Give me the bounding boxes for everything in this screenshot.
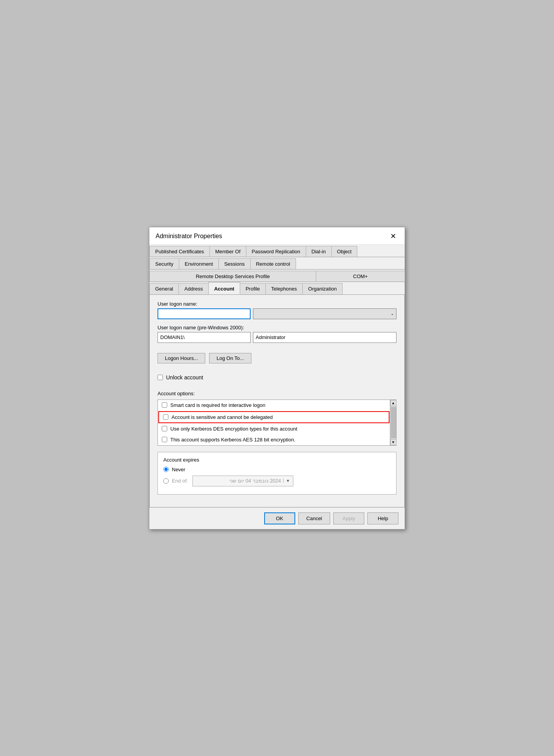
account-expires-box: Account expires Never End of: 2024 נובמב…: [158, 452, 396, 495]
unlock-account-label: Unlock account: [166, 374, 203, 381]
option-sensitive-checkbox[interactable]: [163, 414, 168, 420]
end-of-label: End of:: [172, 478, 188, 484]
tab-row-1: Published Certificates Member Of Passwor…: [149, 245, 405, 257]
logon-name-group: User logon name: ⌄: [158, 301, 396, 319]
never-label: Never: [172, 467, 185, 472]
tab-organization[interactable]: Organization: [302, 283, 343, 294]
date-value: 2024 נובמבר 04 יום שני: [196, 478, 281, 484]
logon-name-pre2000-row: [158, 332, 396, 343]
logon-name-pre2000-group: User logon name (pre-Windows 2000):: [158, 325, 396, 343]
date-dropdown-arrow-icon[interactable]: ▼: [283, 479, 290, 483]
account-expires-label: Account expires: [163, 457, 391, 463]
logon-name-label: User logon name:: [158, 301, 396, 307]
account-options-label: Account options:: [158, 391, 396, 396]
help-button[interactable]: Help: [367, 512, 398, 524]
tab-account[interactable]: Account: [208, 282, 240, 294]
tab-general[interactable]: General: [149, 283, 179, 294]
tab-sessions[interactable]: Sessions: [218, 258, 251, 269]
tab-row-3: Remote Desktop Services Profile COM+: [149, 270, 405, 282]
option-smart-card-checkbox[interactable]: [162, 402, 167, 408]
tab-member-of[interactable]: Member Of: [209, 246, 246, 257]
tab-security[interactable]: Security: [149, 258, 179, 269]
tab-environment[interactable]: Environment: [179, 258, 219, 269]
tab-row-4: General Address Account Profile Telephon…: [149, 282, 405, 294]
date-dropdown[interactable]: 2024 נובמבר 04 יום שני ▼: [192, 476, 293, 486]
never-radio[interactable]: [163, 467, 169, 472]
apply-button[interactable]: Apply: [333, 512, 364, 524]
logon-buttons-row: Logon Hours... Log On To...: [158, 353, 396, 363]
option-kerberos-des-checkbox[interactable]: [162, 426, 167, 431]
tabs-container: Published Certificates Member Of Passwor…: [149, 245, 405, 295]
tab-object[interactable]: Object: [331, 246, 358, 257]
tab-com-plus[interactable]: COM+: [316, 271, 405, 282]
tab-remote-control[interactable]: Remote control: [250, 258, 296, 269]
never-radio-row: Never: [163, 467, 391, 472]
dropdown-arrow-icon: ⌄: [391, 311, 394, 316]
tab-rdp-profile[interactable]: Remote Desktop Services Profile: [149, 271, 316, 282]
dialog-title: Administrator Properties: [156, 233, 222, 240]
domain-dropdown[interactable]: ⌄: [253, 308, 396, 319]
tab-published-certificates[interactable]: Published Certificates: [149, 246, 210, 257]
account-options-group: Account options: Smart card is required …: [158, 391, 396, 446]
tab-password-replication[interactable]: Password Replication: [246, 246, 306, 257]
end-of-radio[interactable]: [163, 478, 169, 484]
main-content: User logon name: ⌄ User logon name (pre-…: [149, 295, 405, 507]
logon-name-input[interactable]: [158, 308, 251, 319]
options-scrollbar[interactable]: ▲ ▼: [390, 400, 396, 445]
logon-hours-button[interactable]: Logon Hours...: [158, 353, 205, 363]
logon-name-row: ⌄: [158, 308, 396, 319]
tab-telephones[interactable]: Telephones: [265, 283, 303, 294]
tab-dial-in[interactable]: Dial-in: [306, 246, 332, 257]
option-sensitive-label: Account is sensitive and cannot be deleg…: [171, 414, 273, 420]
option-kerberos-aes-label: This account supports Kerberos AES 128 b…: [170, 437, 295, 443]
option-kerberos-aes-checkbox[interactable]: [162, 437, 167, 442]
unlock-account-row: Unlock account: [158, 374, 396, 381]
tab-row-2: Security Environment Sessions Remote con…: [149, 257, 405, 270]
close-button[interactable]: ✕: [388, 232, 398, 240]
ok-button[interactable]: OK: [264, 512, 295, 524]
end-of-radio-row: End of: 2024 נובמבר 04 יום שני ▼: [163, 476, 391, 486]
title-bar: Administrator Properties ✕: [149, 227, 405, 245]
cancel-button[interactable]: Cancel: [298, 512, 330, 524]
option-kerberos-aes: This account supports Kerberos AES 128 b…: [158, 434, 390, 445]
domain-prefix-input[interactable]: [158, 332, 251, 343]
option-smart-card-label: Smart card is required for interactive l…: [170, 402, 265, 408]
unlock-account-checkbox[interactable]: [158, 375, 163, 380]
account-options-box: Smart card is required for interactive l…: [158, 400, 396, 446]
scroll-down-arrow[interactable]: ▼: [390, 439, 396, 445]
scroll-thumb[interactable]: [391, 407, 396, 438]
option-smart-card: Smart card is required for interactive l…: [158, 400, 390, 411]
logon-name-pre2000-label: User logon name (pre-Windows 2000):: [158, 325, 396, 330]
tab-address[interactable]: Address: [178, 283, 209, 294]
bottom-bar: OK Cancel Apply Help: [149, 507, 405, 529]
scroll-up-arrow[interactable]: ▲: [390, 400, 396, 406]
administrator-properties-dialog: Administrator Properties ✕ Published Cer…: [149, 227, 405, 529]
options-list: Smart card is required for interactive l…: [158, 400, 396, 445]
tab-profile[interactable]: Profile: [240, 283, 266, 294]
option-kerberos-des: Use only Kerberos DES encryption types f…: [158, 424, 390, 434]
option-kerberos-des-label: Use only Kerberos DES encryption types f…: [170, 426, 297, 432]
log-on-to-button[interactable]: Log On To...: [209, 353, 251, 363]
option-sensitive-account: Account is sensitive and cannot be deleg…: [158, 411, 390, 423]
pre2000-username-input[interactable]: [253, 332, 396, 343]
